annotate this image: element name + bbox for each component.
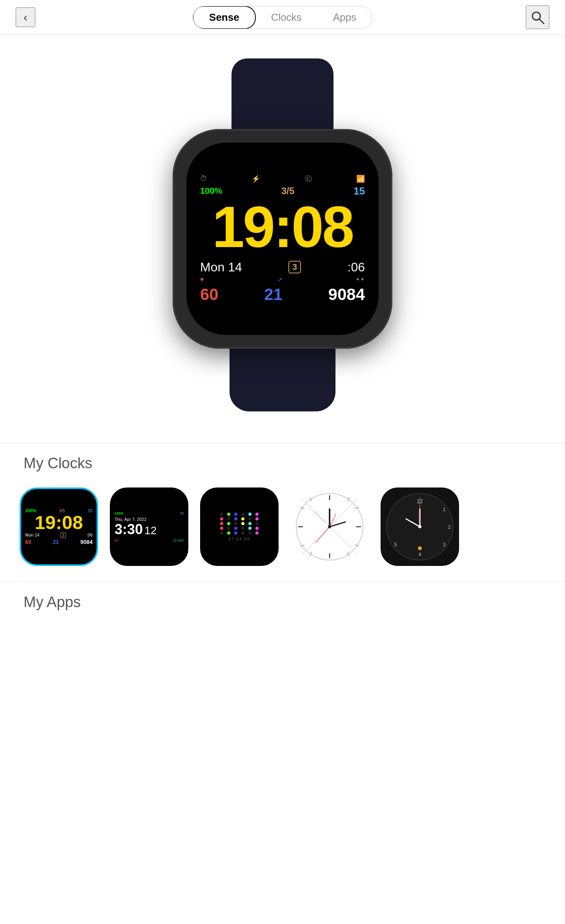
dot (220, 513, 223, 516)
watch-screen: ⏱ ⚡ ⓒ 📶 100% 3/5 15 19:08 Mo (186, 143, 379, 335)
thumb2-battery: 100% (115, 511, 124, 515)
main-content: ⏱ ⚡ ⓒ 📶 100% 3/5 15 19:08 Mo (0, 35, 565, 618)
day-date-display: Mon 14 (200, 260, 242, 275)
dot (248, 517, 252, 520)
thumb1-daydate: Mon 14 (25, 533, 40, 538)
thumb2-teal: 32,046 (173, 538, 184, 542)
heart-rate-stat: 60 (200, 285, 219, 304)
dot-col-2 (227, 513, 230, 535)
circle-icon: ⓒ (305, 174, 312, 184)
tab-sense[interactable]: Sense (193, 6, 256, 29)
nav-tabs: Sense Clocks Apps (193, 6, 372, 29)
thumb1-num: 15 (88, 508, 93, 513)
thumb1-secs: :06 (87, 533, 93, 538)
thumb1-time: 19:08 (35, 513, 83, 532)
watch-body: ⏱ ⚡ ⓒ 📶 100% 3/5 15 19:08 Mo (173, 129, 392, 349)
watch-bottom-row1: Mon 14 3 :06 (200, 260, 365, 275)
back-icon: ‹ (24, 11, 27, 23)
face-analog-x-4 (290, 487, 369, 566)
thumb1-heart: 60 (25, 539, 31, 545)
face-analog-min-5: 12 1 2 3 4 5 (381, 487, 459, 566)
dot (248, 531, 252, 535)
tab-apps[interactable]: Apps (317, 7, 372, 28)
thumb2-time: 3:30 (115, 522, 143, 537)
lightning-icon: ⚡ (252, 175, 260, 183)
face-digital-1: 100% 3/5 15 19:08 Mon 14 3 :06 60 21 908… (21, 489, 97, 564)
dot (241, 513, 244, 516)
watch-display-area: ⏱ ⚡ ⓒ 📶 100% 3/5 15 19:08 Mo (0, 35, 565, 443)
dot (255, 531, 259, 535)
dot (255, 517, 259, 520)
dot (241, 522, 244, 525)
dot (220, 527, 223, 530)
watch-icons-row: ⏱ ⚡ ⓒ 📶 (200, 174, 365, 184)
analog-x-svg (294, 491, 365, 562)
svg-line-1 (539, 19, 544, 24)
dot (234, 513, 237, 516)
dot-col-5 (248, 513, 252, 535)
thumb1-badge: 3 (60, 533, 66, 538)
timer-icon: ⏱ (200, 175, 207, 183)
dot-col-4 (241, 513, 244, 535)
dot (227, 522, 230, 525)
wifi-icon: 📶 (356, 175, 365, 183)
notification-badge: 3 (288, 261, 301, 273)
thumb2-num: 76 (180, 511, 184, 515)
dot (227, 527, 230, 530)
dot (220, 522, 223, 525)
svg-text:4: 4 (419, 552, 421, 557)
steps-small-icon: ↗ (277, 276, 282, 284)
search-icon (530, 9, 545, 25)
dots-time-text: 07:54:06 (229, 537, 250, 541)
thumb1-calories: 9084 (80, 539, 93, 545)
dot (255, 513, 259, 516)
search-button[interactable] (526, 5, 549, 29)
dot (234, 531, 237, 535)
svg-text:1: 1 (443, 507, 446, 512)
dot (241, 527, 244, 530)
svg-point-35 (418, 525, 421, 528)
tab-clocks[interactable]: Clocks (255, 7, 317, 28)
my-apps-label: My Apps (24, 594, 541, 611)
svg-text:5: 5 (394, 542, 397, 547)
dot-col-1 (220, 513, 223, 535)
my-clocks-label: My Clocks (0, 443, 565, 480)
back-button[interactable]: ‹ (16, 7, 35, 27)
clock-thumb-5[interactable]: 12 1 2 3 4 5 (381, 487, 459, 566)
clock-thumb-2[interactable]: 100% 76 Thu, Apr 7, 2022 3:30 12 60 32,0… (110, 487, 188, 566)
dot (220, 531, 223, 535)
clock-thumb-4[interactable] (290, 487, 369, 566)
watch-time-display: 19:08 (212, 198, 353, 256)
dot (227, 517, 230, 520)
thumb1-battery: 100% (25, 508, 36, 513)
dot (220, 517, 223, 520)
clocks-row: 100% 3/5 15 19:08 Mon 14 3 :06 60 21 908… (0, 480, 565, 582)
dot (248, 522, 252, 525)
dot (255, 527, 259, 530)
dot (227, 531, 230, 535)
dot (248, 527, 252, 530)
heart-small-icon: ♥ (200, 276, 204, 284)
clock-thumb-3[interactable]: 07:54:06 (200, 487, 279, 566)
thumb1-steps: 21 (53, 539, 59, 545)
calories-stat: 9084 (328, 285, 365, 304)
face-dots-3: 07:54:06 (200, 487, 279, 566)
dot (248, 513, 252, 516)
dots-group-1 (220, 513, 259, 535)
dot (234, 522, 237, 525)
app-header: ‹ Sense Clocks Apps (0, 0, 565, 35)
clock-thumb-1[interactable]: 100% 3/5 15 19:08 Mon 14 3 :06 60 21 908… (20, 487, 98, 566)
dot (234, 527, 237, 530)
num-top-stat: 15 (354, 185, 365, 197)
face-date-2: 100% 76 Thu, Apr 7, 2022 3:30 12 60 32,0… (110, 487, 188, 566)
thumb2-secs: 12 (144, 524, 157, 537)
dot (227, 513, 230, 516)
stars-small-icon: ✦✦ (355, 276, 365, 284)
thumb2-red: 60 (115, 538, 118, 542)
dot (241, 517, 244, 520)
thumb2-daydate: Thu, Apr 7, 2022 (115, 517, 146, 522)
dot (255, 522, 259, 525)
dot-col-3 (234, 513, 237, 535)
svg-text:3: 3 (443, 542, 446, 547)
seconds-display: :06 (348, 260, 365, 275)
